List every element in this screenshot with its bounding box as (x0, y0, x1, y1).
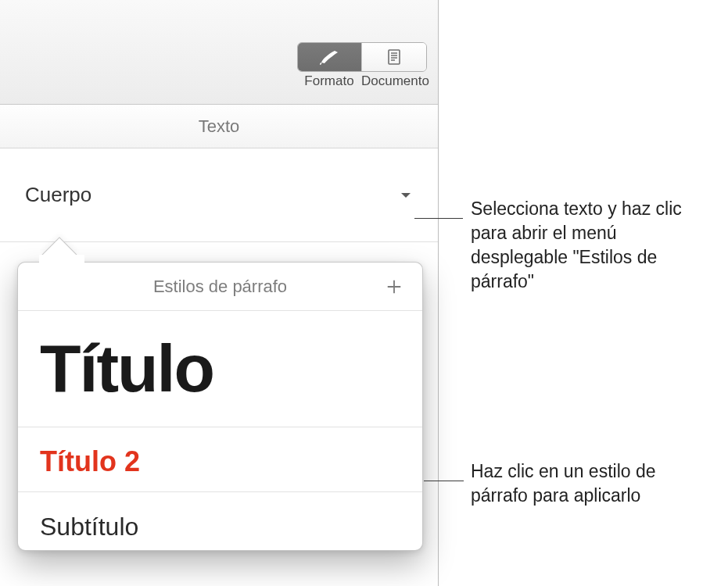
plus-icon (386, 278, 403, 295)
document-icon (386, 49, 402, 65)
style-list: Título Título 2 Subtítulo (18, 311, 422, 550)
style-option-titulo2[interactable]: Título 2 (18, 427, 422, 492)
section-title: Texto (199, 116, 240, 137)
document-tab-button[interactable] (362, 43, 426, 71)
callout-leader-2 (424, 481, 464, 481)
inspector-panel: Formato Documento Texto Cuerpo Estilos d… (0, 0, 439, 586)
current-style-name: Cuerpo (25, 183, 91, 207)
popover-arrow-mask (39, 255, 84, 277)
callout-leader-1 (414, 218, 463, 219)
format-tab-label: Formato (297, 73, 361, 89)
svg-rect-0 (389, 50, 400, 64)
format-brush-icon (319, 49, 341, 65)
callout-text-2: Haz clic en un estilo de párrafo para ap… (471, 459, 713, 508)
style-option-subtitulo[interactable]: Subtítulo (18, 492, 422, 550)
chevron-down-icon (399, 190, 413, 201)
popover-title: Estilos de párrafo (153, 277, 287, 297)
document-tab-label: Documento (361, 73, 425, 89)
style-preview-titulo: Título (40, 322, 400, 420)
paragraph-style-selector[interactable]: Cuerpo (0, 148, 438, 242)
style-preview-titulo2: Título 2 (40, 438, 400, 485)
style-preview-subtitulo: Subtítulo (40, 503, 400, 544)
view-segmented-control (297, 42, 427, 72)
callout-text-1: Selecciona texto y haz clic para abrir e… (471, 197, 713, 294)
add-style-button[interactable] (380, 273, 408, 301)
segmented-labels: Formato Documento (297, 73, 427, 89)
format-tab-button[interactable] (298, 43, 362, 71)
paragraph-styles-popover: Estilos de párrafo Título Título 2 Subtí… (17, 262, 423, 551)
section-header-text: Texto (0, 105, 438, 148)
style-option-titulo[interactable]: Título (18, 311, 422, 427)
